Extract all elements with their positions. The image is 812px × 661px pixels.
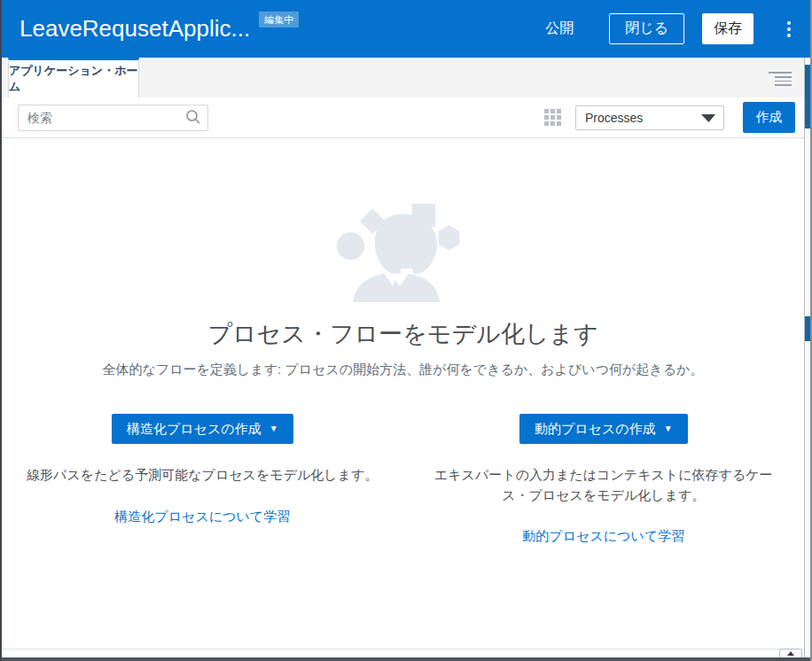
header-actions: 公開 閉じる 保存 <box>542 13 796 44</box>
create-structured-process-button[interactable]: 構造化プロセスの作成 ▼ <box>112 414 293 444</box>
dynamic-process-description: エキスパートの入力またはコンテキストに依存するケース・プロセスをモデル化します。 <box>427 465 780 505</box>
structured-process-learn-link[interactable]: 構造化プロセスについて学習 <box>114 509 290 525</box>
editing-status-badge: 編集中 <box>259 12 299 27</box>
dynamic-process-learn-link[interactable]: 動的プロセスについて学習 <box>522 528 684 545</box>
tab-label: アプリケーション・ホーム <box>9 63 138 95</box>
caret-down-icon: ▼ <box>269 424 278 433</box>
save-button[interactable]: 保存 <box>702 13 753 44</box>
grid-icon[interactable] <box>543 107 563 128</box>
process-options: 構造化プロセスの作成 ▼ 線形パスをたどる予測可能なプロセスをモデル化します。 … <box>2 414 804 545</box>
create-structured-process-label: 構造化プロセスの作成 <box>127 421 262 438</box>
tab-overflow-icon[interactable] <box>769 70 792 86</box>
search-icon <box>185 109 201 128</box>
tab-application-home[interactable]: アプリケーション・ホーム <box>8 58 139 97</box>
category-select[interactable]: Processes <box>575 105 724 130</box>
create-dynamic-process-button[interactable]: 動的プロセスの作成 ▼ <box>519 414 688 444</box>
person-illustration <box>325 200 480 302</box>
app-title: LeaveRequsetApplic... <box>20 0 250 58</box>
window-bottom-edge <box>2 657 810 661</box>
create-dynamic-process-label: 動的プロセスの作成 <box>535 421 656 438</box>
search-input[interactable] <box>18 105 208 131</box>
content-area: プロセス・フローをモデル化します 全体的なフローを定義します: プロセスの開始方… <box>2 138 804 649</box>
structured-process-description: 線形パスをたどる予測可能なプロセスをモデル化します。 <box>27 465 378 486</box>
page-title: プロセス・フローをモデル化します <box>2 318 804 350</box>
dropdown-arrow-icon <box>701 111 715 125</box>
title-wrap: LeaveRequsetApplic... 編集中 <box>20 0 299 58</box>
close-button[interactable]: 閉じる <box>609 13 684 44</box>
tab-bar: アプリケーション・ホーム <box>2 58 804 97</box>
dynamic-process-section: 動的プロセスの作成 ▼ エキスパートの入力またはコンテキストに依存するケース・プ… <box>403 414 805 545</box>
publish-button[interactable]: 公開 <box>542 14 577 43</box>
content-bottom-divider <box>2 649 804 649</box>
kebab-menu-icon[interactable] <box>782 18 796 41</box>
create-button[interactable]: 作成 <box>743 102 795 133</box>
scrollbar-thumb[interactable] <box>805 65 810 128</box>
app-window: LeaveRequsetApplic... 編集中 公開 閉じる 保存 アプリケ… <box>0 0 812 661</box>
app-header: LeaveRequsetApplic... 編集中 公開 閉じる 保存 <box>2 0 810 58</box>
scroll-up-icon <box>787 651 794 656</box>
category-select-value: Processes <box>585 111 643 125</box>
vertical-scrollbar[interactable] <box>804 58 810 657</box>
toolbar: Processes 作成 <box>2 97 804 138</box>
page-subtitle: 全体的なフローを定義します: プロセスの開始方法、誰が何をできるか、およびいつ何… <box>2 362 804 378</box>
caret-down-icon: ▼ <box>664 424 673 433</box>
toolbar-right: Processes 作成 <box>543 102 795 133</box>
structured-process-section: 構造化プロセスの作成 ▼ 線形パスをたどる予測可能なプロセスをモデル化します。 … <box>2 414 403 545</box>
search-box <box>18 105 208 131</box>
scrollbar-thumb-secondary[interactable] <box>805 316 810 341</box>
